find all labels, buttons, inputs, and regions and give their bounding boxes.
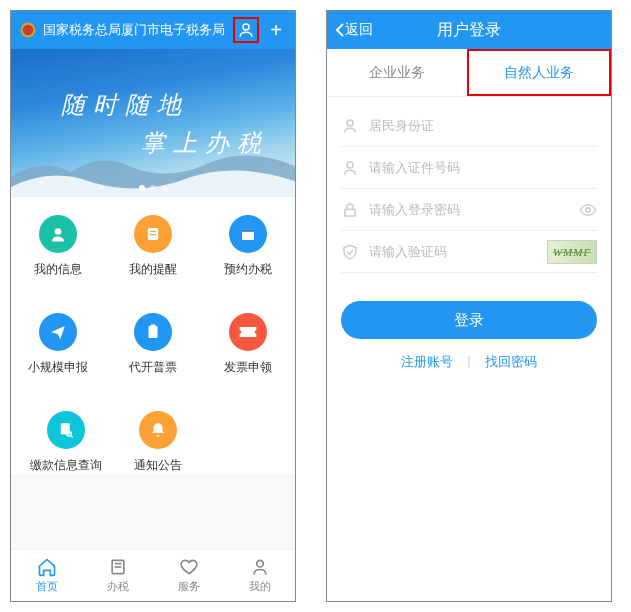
grid-item-small-scale[interactable]: 小规模申报	[18, 313, 98, 376]
forgot-password-link[interactable]: 找回密码	[485, 353, 537, 371]
bell-icon	[139, 411, 177, 449]
captcha-input[interactable]	[369, 244, 537, 259]
auth-links: 注册账号 | 找回密码	[327, 353, 611, 371]
user-profile-icon[interactable]	[233, 17, 259, 43]
id-type-row[interactable]: 居民身份证	[341, 105, 597, 147]
svg-line-16	[71, 435, 73, 437]
search-doc-icon	[47, 411, 85, 449]
nav-label: 我的	[249, 579, 271, 594]
svg-point-24	[586, 207, 591, 212]
register-link[interactable]: 注册账号	[401, 353, 453, 371]
svg-rect-11	[239, 327, 256, 337]
clipboard-icon	[134, 313, 172, 351]
grid-label: 发票申领	[224, 359, 272, 376]
national-emblem-icon	[19, 21, 37, 39]
app-header: 国家税务总局厦门市电子税务局 +	[11, 11, 295, 49]
grid-label: 代开普票	[129, 359, 177, 376]
password-row	[341, 189, 597, 231]
grid-label: 预约办税	[224, 261, 272, 278]
grid-label: 缴款信息查询	[30, 457, 102, 474]
calendar-icon	[229, 215, 267, 253]
svg-point-22	[347, 162, 353, 168]
lock-icon	[341, 201, 359, 219]
login-tabs: 企业业务 自然人业务	[327, 49, 611, 97]
person-icon	[341, 159, 359, 177]
password-input[interactable]	[369, 202, 569, 217]
nav-label: 服务	[178, 579, 200, 594]
svg-point-12	[238, 330, 241, 333]
nav-mine[interactable]: 我的	[224, 550, 295, 601]
svg-point-20	[256, 560, 263, 567]
nav-label: 首页	[36, 579, 58, 594]
svg-rect-14	[61, 423, 70, 434]
svg-point-21	[347, 120, 353, 126]
captcha-image[interactable]: WMMF	[547, 240, 597, 264]
svg-rect-6	[150, 234, 156, 235]
bottom-nav: 首页 办税 服务 我的	[11, 549, 295, 601]
nav-label: 办税	[107, 579, 129, 594]
back-label: 返回	[345, 21, 373, 39]
svg-point-2	[243, 24, 249, 30]
banner-text-line-1: 随时随地	[61, 89, 189, 121]
id-type-value: 居民身份证	[369, 117, 434, 135]
ticket-icon	[229, 313, 267, 351]
svg-rect-9	[148, 326, 157, 338]
note-icon	[134, 215, 172, 253]
svg-point-3	[55, 228, 62, 235]
grid-item-payment-query[interactable]: 缴款信息查询	[26, 411, 106, 474]
nav-home[interactable]: 首页	[11, 550, 82, 601]
person-badge-icon	[39, 215, 77, 253]
back-button[interactable]: 返回	[327, 21, 381, 39]
login-form: 居民身份证 WMMF	[327, 97, 611, 281]
shield-icon	[341, 243, 359, 261]
eye-icon[interactable]	[579, 201, 597, 219]
login-header: 返回 用户登录	[327, 11, 611, 49]
heart-icon	[179, 557, 199, 577]
grid-item-invoice-issue[interactable]: 代开普票	[113, 313, 193, 376]
home-grid: 我的信息 我的提醒 预约办税 小规模申报 代开普票 发票申领	[11, 197, 295, 474]
book-icon	[108, 557, 128, 577]
user-icon	[250, 557, 270, 577]
page-title: 用户登录	[437, 20, 501, 41]
svg-rect-5	[150, 231, 156, 232]
paper-plane-icon	[39, 313, 77, 351]
grid-label: 小规模申报	[28, 359, 88, 376]
tab-individual[interactable]: 自然人业务	[467, 49, 611, 96]
app-title: 国家税务总局厦门市电子税务局	[43, 21, 227, 39]
person-icon	[341, 117, 359, 135]
banner-carousel[interactable]: 随时随地 掌上办税	[11, 49, 295, 197]
nav-service[interactable]: 服务	[153, 550, 224, 601]
carousel-dots	[139, 185, 167, 191]
nav-tax[interactable]: 办税	[82, 550, 153, 601]
captcha-row: WMMF	[341, 231, 597, 273]
svg-rect-10	[151, 325, 156, 328]
plus-icon[interactable]: +	[265, 19, 287, 41]
grid-item-appointment[interactable]: 预约办税	[208, 215, 288, 278]
home-icon	[37, 557, 57, 577]
grid-item-my-reminders[interactable]: 我的提醒	[113, 215, 193, 278]
grid-label: 通知公告	[134, 457, 182, 474]
id-number-row	[341, 147, 597, 189]
svg-rect-8	[242, 230, 254, 232]
grid-item-announcements[interactable]: 通知公告	[118, 411, 198, 474]
id-number-input[interactable]	[369, 160, 597, 175]
grid-item-invoice-apply[interactable]: 发票申领	[208, 313, 288, 376]
tab-enterprise[interactable]: 企业业务	[327, 49, 467, 96]
svg-rect-23	[345, 209, 356, 216]
grid-label: 我的提醒	[129, 261, 177, 278]
svg-point-13	[254, 330, 257, 333]
divider: |	[467, 353, 470, 371]
login-button[interactable]: 登录	[341, 301, 597, 339]
svg-point-1	[23, 25, 34, 36]
grid-item-my-info[interactable]: 我的信息	[18, 215, 98, 278]
grid-label: 我的信息	[34, 261, 82, 278]
chevron-left-icon	[335, 23, 345, 37]
